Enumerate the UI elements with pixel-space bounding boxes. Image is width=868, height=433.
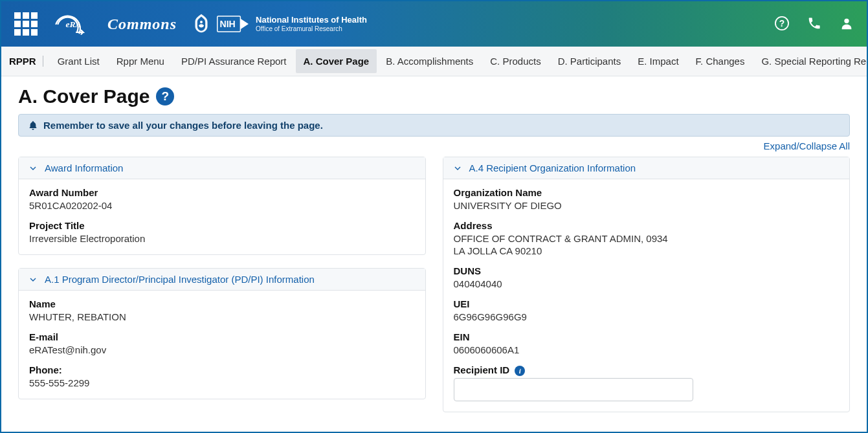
panel-a1-title: A.1 Program Director/Principal Investiga… [45,274,315,285]
project-title-label: Project Title [29,220,415,231]
ein-label: EIN [454,331,840,342]
hhs-logo-icon [192,12,210,36]
pi-email-value: eRATest@nih.gov [29,344,415,355]
expand-collapse-all[interactable]: Expand/Collapse All [764,140,850,151]
nih-title: National Institutes of Health [256,16,367,25]
pi-name-label: Name [29,298,415,309]
panel-a1-body: Name WHUTER, REBATION E-mail eRATest@nih… [19,291,425,399]
user-icon[interactable] [840,16,854,32]
chevron-down-icon [452,163,463,173]
subnav-brand: RPPR [9,56,43,67]
panel-award-info: Award Information Award Number 5R01CA020… [18,157,426,255]
right-column: A.4 Recipient Organization Information O… [443,157,851,412]
nav-grant-list[interactable]: Grant List [50,49,107,73]
nav-accomplishments[interactable]: B. Accomplishments [378,49,481,73]
nav-special-report[interactable]: G. Special Reporting Req [753,49,868,73]
save-alert-text: Remember to save all your changes before… [43,120,323,131]
address-value: OFFICE OF CONTRACT & GRANT ADMIN, 0934 L… [454,233,840,256]
panel-a1-header[interactable]: A.1 Program Director/Principal Investiga… [19,269,425,291]
era-logo[interactable]: eRA [53,11,92,37]
header-right: ? [775,16,854,32]
nih-subtitle: Office of Extramural Research [256,25,367,32]
app-header: eRA Commons NIH [1,1,867,47]
page-title: A. Cover Page [18,85,150,107]
nih-text: National Institutes of Health Office of … [256,16,367,32]
nav-impact[interactable]: E. Impact [630,49,686,73]
panel-a4-title: A.4 Recipient Organization Information [469,162,636,173]
panel-award-info-body: Award Number 5R01CA020202-04 Project Tit… [19,179,425,254]
svg-text:eRA: eRA [66,19,82,29]
address-label: Address [454,220,840,231]
org-name-value: UNIVERSITY OF DIEGO [454,200,840,211]
recipient-id-label: Recipient ID i [454,364,840,376]
apps-grid-icon[interactable] [14,12,38,36]
page-help-icon[interactable]: ? [156,87,174,105]
duns-label: DUNS [454,265,840,276]
award-number-value: 5R01CA020202-04 [29,200,415,211]
uei-label: UEI [454,298,840,309]
award-number-label: Award Number [29,187,415,198]
nih-logo-block[interactable]: NIH National Institutes of Health Office… [192,12,367,36]
panel-a4-header[interactable]: A.4 Recipient Organization Information [443,157,850,179]
svg-point-6 [844,18,849,23]
nav-products[interactable]: C. Products [482,49,548,73]
nav-pdpi-assurance[interactable]: PD/PI Assurance Report [173,49,295,73]
svg-text:NIH: NIH [219,19,235,29]
nav-rppr-menu[interactable]: Rppr Menu [109,49,172,73]
commons-wordmark[interactable]: Commons [107,16,177,33]
recipient-id-label-text: Recipient ID [454,364,510,375]
recipient-id-input[interactable] [454,378,693,401]
nih-box-icon: NIH [217,15,250,33]
info-icon[interactable]: i [515,366,525,376]
nav-participants[interactable]: D. Participants [550,49,629,73]
pi-name-value: WHUTER, REBATION [29,311,415,322]
project-title-value: Irreversible Electroporation [29,233,415,244]
page-title-row: A. Cover Page ? [18,85,850,107]
tools-row: Expand/Collapse All [18,137,850,157]
panel-a4-body: Organization Name UNIVERSITY OF DIEGO Ad… [443,179,850,412]
save-alert: Remember to save all your changes before… [18,114,850,137]
subnav: RPPR Grant List Rppr Menu PD/PI Assuranc… [1,47,867,76]
nih-mark: NIH National Institutes of Health Office… [217,15,367,33]
pi-phone-value: 555-555-2299 [29,377,415,388]
nav-changes[interactable]: F. Changes [688,49,753,73]
nav-cover-page[interactable]: A. Cover Page [296,49,377,73]
pi-email-label: E-mail [29,331,415,342]
phone-icon[interactable] [807,16,821,32]
chevron-down-icon [28,274,38,285]
help-icon[interactable]: ? [775,16,789,32]
pi-phone-label: Phone: [29,364,415,375]
main-content: A. Cover Page ? Remember to save all you… [1,76,867,432]
panel-a4-recipient: A.4 Recipient Organization Information O… [443,157,851,412]
panel-a1-pdpi: A.1 Program Director/Principal Investiga… [18,268,426,399]
address-line2: LA JOLLA CA 90210 [454,245,840,256]
uei-value: 6G96G96G96G9 [454,311,840,322]
panel-award-info-title: Award Information [45,162,123,173]
address-line1: OFFICE OF CONTRACT & GRANT ADMIN, 0934 [454,233,840,244]
chevron-down-icon [28,163,38,173]
svg-text:?: ? [779,18,785,28]
panel-award-info-header[interactable]: Award Information [19,157,425,179]
columns: Award Information Award Number 5R01CA020… [18,157,850,412]
header-left: eRA Commons NIH [14,11,775,37]
duns-value: 040404040 [454,278,840,289]
left-column: Award Information Award Number 5R01CA020… [18,157,426,412]
svg-point-1 [200,20,203,23]
org-name-label: Organization Name [454,187,840,198]
ein-value: 0606060606A1 [454,344,840,355]
bell-icon [28,120,38,131]
